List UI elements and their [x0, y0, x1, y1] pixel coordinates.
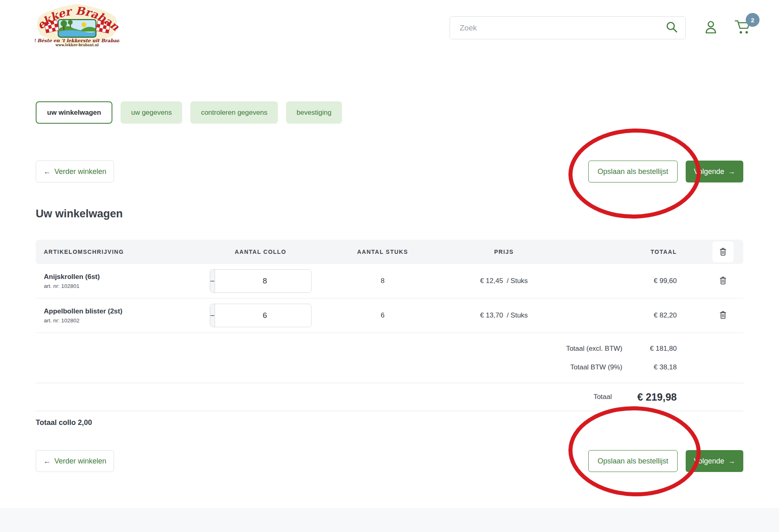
account-button[interactable] [704, 20, 717, 35]
page-footer [0, 508, 779, 532]
cart-table: ARTIKELOMSCHRIJVING AANTAL COLLO AANTAL … [36, 240, 743, 411]
next-button-top[interactable]: Volgende → [686, 161, 743, 182]
column-collo: AANTAL COLLO [200, 249, 321, 255]
unit-price-unit: / Stuks [507, 277, 528, 285]
header-actions: 2 [450, 16, 751, 39]
aantal-stuks-value: 8 [321, 277, 444, 285]
account-icon [704, 20, 717, 34]
search-icon [666, 21, 678, 33]
total-label: Totaal [594, 393, 612, 401]
arrow-right-icon: → [728, 457, 735, 466]
quantity-input[interactable] [215, 304, 311, 327]
checkout-steps: uw winkelwagen uw gegevens controleren g… [36, 101, 743, 124]
quantity-input[interactable] [215, 270, 311, 292]
step-uw-winkelwagen[interactable]: uw winkelwagen [36, 101, 112, 124]
actions-right-bottom: Opslaan als bestellijst Volgende → [588, 450, 743, 472]
total-value: € 219,98 [612, 391, 677, 403]
quantity-stepper: − + [210, 269, 312, 293]
column-description: ARTIKELOMSCHRIJVING [36, 249, 200, 255]
save-as-orderlist-button-bottom[interactable]: Opslaan als bestellijst [588, 450, 678, 472]
summary-label: Totaal (excl. BTW) [566, 345, 622, 353]
summary-value: € 38,18 [622, 363, 677, 371]
arrow-left-icon: ← [43, 167, 51, 176]
product-name: Anijskrollen (6st) [44, 273, 200, 281]
step-bevestiging[interactable]: bevestiging [286, 101, 342, 124]
product-art-nr: art. nr: 102801 [44, 283, 200, 289]
page: Lekker Brabant 't Béste en 't lekkerste … [0, 0, 779, 532]
logo-url: www.lekker-brabant.nl [55, 43, 99, 47]
unit-price-unit: / Stuks [507, 311, 528, 320]
summary-excl-btw: Totaal (excl. BTW) € 181,80 [36, 339, 743, 358]
cart-count-badge: 2 [746, 13, 760, 27]
trash-icon [719, 276, 727, 285]
product-name: Appelbollen blister (2st) [44, 307, 200, 315]
remove-row-button[interactable] [719, 311, 727, 321]
unit-price: € 12,45 [480, 277, 503, 285]
summary-label: Totaal BTW (9%) [570, 363, 622, 371]
unit-price: € 13,70 [480, 311, 503, 320]
actions-row-bottom: ← Verder winkelen Opslaan als bestellijs… [36, 450, 743, 472]
logo-image: Lekker Brabant 't Béste en 't lekkerste … [35, 3, 119, 48]
cart-row-anijskrollen: Anijskrollen (6st) art. nr: 102801 − + 8… [36, 264, 743, 298]
column-price: PRIJS [444, 249, 564, 255]
clear-cart-button[interactable] [712, 241, 734, 262]
trash-icon [719, 311, 727, 320]
summary-btw: Totaal BTW (9%) € 38,18 [36, 358, 743, 377]
arrow-left-icon: ← [43, 457, 51, 466]
arrow-right-icon: → [728, 167, 735, 176]
logo-tagline: 't Béste en 't lekkerste uit Brabant [35, 38, 119, 43]
continue-shopping-button-bottom[interactable]: ← Verder winkelen [36, 450, 114, 472]
logo[interactable]: Lekker Brabant 't Béste en 't lekkerste … [35, 3, 119, 48]
quantity-stepper: − + [210, 304, 312, 327]
quantity-decrease-button[interactable]: − [210, 270, 215, 292]
column-total: TOTAAL [564, 249, 703, 255]
summary-value: € 181,80 [622, 345, 677, 353]
row-total: € 99,60 [564, 277, 703, 285]
quantity-decrease-button[interactable]: − [210, 304, 215, 327]
row-total: € 82,20 [564, 311, 703, 320]
cart-row-appelbollen: Appelbollen blister (2st) art. nr: 10280… [36, 298, 743, 333]
remove-row-button[interactable] [719, 276, 727, 286]
page-title: Uw winkelwagen [36, 208, 743, 220]
actions-right-top: Opslaan als bestellijst Volgende → [588, 161, 743, 182]
step-uw-gegevens[interactable]: uw gegevens [121, 101, 182, 124]
save-as-orderlist-button-top[interactable]: Opslaan als bestellijst [588, 161, 678, 182]
search-box [450, 16, 686, 39]
site-header: Lekker Brabant 't Béste en 't lekkerste … [0, 0, 779, 49]
product-art-nr: art. nr: 102802 [44, 317, 200, 324]
search-button[interactable] [666, 21, 678, 34]
column-stuks: AANTAL STUKS [321, 249, 444, 255]
next-button-bottom[interactable]: Volgende → [686, 450, 743, 472]
trash-icon [719, 247, 727, 256]
cart-button[interactable]: 2 [734, 19, 751, 36]
step-controleren-gegevens[interactable]: controleren gegevens [190, 101, 278, 124]
collo-total: Totaal collo 2,00 [36, 418, 743, 427]
summary-total: Totaal € 219,98 [36, 383, 743, 411]
aantal-stuks-value: 6 [321, 311, 444, 320]
main-content: uw winkelwagen uw gegevens controleren g… [0, 101, 779, 472]
continue-shopping-button-top[interactable]: ← Verder winkelen [36, 161, 114, 182]
actions-row-top: ← Verder winkelen Opslaan als bestellijs… [36, 161, 743, 182]
table-header: ARTIKELOMSCHRIJVING AANTAL COLLO AANTAL … [36, 240, 743, 264]
search-input[interactable] [460, 24, 666, 32]
